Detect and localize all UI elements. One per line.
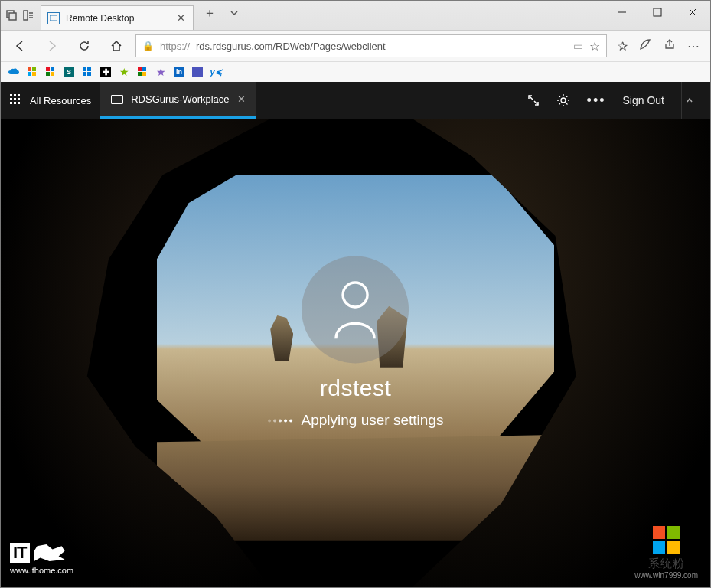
rdweb-appbar: All Resources RDSGurus-Workplace ✕ ••• S… <box>1 82 710 119</box>
watermark-left-logo: IT <box>10 543 30 563</box>
watermark-right-line1: 系统粉 <box>634 557 698 571</box>
tab-overview-icon[interactable] <box>5 9 18 21</box>
fav-office-icon[interactable] <box>45 67 56 77</box>
tabs-dropdown-icon[interactable] <box>223 4 246 22</box>
tab-favicon <box>47 12 60 24</box>
fav-windows2-icon[interactable] <box>82 67 93 77</box>
share-icon[interactable] <box>663 38 677 54</box>
fullscreen-icon[interactable] <box>527 94 540 106</box>
svg-rect-3 <box>50 15 57 21</box>
svg-rect-9 <box>28 72 31 76</box>
fav-yammer-icon[interactable]: y≼ <box>210 67 221 77</box>
ms-logo-icon <box>653 526 680 554</box>
tab-title: Remote Desktop <box>66 13 171 24</box>
svg-rect-10 <box>32 72 36 76</box>
svg-rect-8 <box>32 67 36 71</box>
svg-point-24 <box>343 283 367 307</box>
login-username: rdstest <box>268 375 444 401</box>
monitor-icon <box>111 95 123 104</box>
workspace-tab[interactable]: RDSGurus-Workplace ✕ <box>100 82 256 119</box>
login-status-row: Applying user settings <box>268 412 444 429</box>
home-button[interactable] <box>103 33 129 59</box>
fav-star-green-icon[interactable]: ★ <box>119 67 129 77</box>
svg-rect-1 <box>9 13 16 20</box>
more-icon[interactable]: ⋯ <box>687 39 700 54</box>
window-controls <box>605 1 710 30</box>
watermark-right: 系统粉 www.win7999.com <box>634 526 698 580</box>
svg-rect-6 <box>654 8 661 16</box>
more-options-icon[interactable]: ••• <box>587 93 606 109</box>
refresh-button[interactable] <box>71 33 97 59</box>
url-protocol: https:// <box>160 41 190 52</box>
set-aside-tabs-icon[interactable] <box>22 9 34 21</box>
apps-grid-icon <box>10 94 22 106</box>
notes-icon[interactable] <box>638 38 652 54</box>
all-resources-button[interactable]: All Resources <box>1 82 100 119</box>
titlebar-actions: ＋ <box>194 1 247 30</box>
svg-rect-7 <box>28 67 31 71</box>
login-panel: rdstest Applying user settings <box>268 256 444 429</box>
watermark-right-line2: www.win7999.com <box>634 571 698 580</box>
settings-gear-icon[interactable] <box>556 93 570 107</box>
back-button[interactable] <box>7 33 33 59</box>
favorites-bar: S ✚ ★ ★ in y≼ <box>1 62 710 82</box>
fav-onedrive-icon[interactable] <box>8 67 19 77</box>
fav-windows-icon[interactable] <box>27 67 38 77</box>
workspace-tab-close-icon[interactable]: ✕ <box>237 93 246 105</box>
browser-window: Remote Desktop ✕ ＋ 🔒 https://rds.rdsguru… <box>0 0 711 588</box>
lock-icon: 🔒 <box>142 41 154 51</box>
fav-office2-icon[interactable] <box>137 67 148 77</box>
svg-rect-22 <box>142 72 146 76</box>
favorite-star-icon[interactable]: ☆ <box>589 39 600 54</box>
favorites-icon[interactable]: ✰ <box>618 39 628 54</box>
svg-rect-12 <box>51 67 54 71</box>
user-avatar-icon <box>302 256 409 363</box>
loading-dots-icon <box>268 419 292 422</box>
browser-tab[interactable]: Remote Desktop ✕ <box>41 5 194 30</box>
svg-rect-14 <box>51 72 54 76</box>
fav-teams-icon[interactable] <box>192 67 203 77</box>
remote-session-viewport: rdstest Applying user settings <box>1 119 710 587</box>
login-status-text: Applying user settings <box>302 412 444 429</box>
svg-rect-11 <box>46 67 50 71</box>
new-tab-icon[interactable]: ＋ <box>198 4 221 22</box>
tab-close-icon[interactable]: ✕ <box>177 12 185 24</box>
svg-rect-13 <box>46 72 50 76</box>
fav-plus-icon[interactable]: ✚ <box>100 67 111 77</box>
svg-rect-20 <box>142 67 146 71</box>
maximize-button[interactable] <box>640 1 675 24</box>
url-text: rds.rdsgurus.com/RDWeb/Pages/webclient <box>196 41 567 52</box>
svg-rect-16 <box>87 67 91 71</box>
sign-out-link[interactable]: Sign Out <box>623 94 664 106</box>
watermark-left-brush-icon <box>34 544 65 561</box>
svg-rect-19 <box>138 67 142 71</box>
minimize-button[interactable] <box>605 1 640 24</box>
svg-rect-18 <box>87 72 91 76</box>
fav-linkedin-icon[interactable]: in <box>174 67 184 77</box>
address-bar[interactable]: 🔒 https://rds.rdsgurus.com/RDWeb/Pages/w… <box>135 34 607 57</box>
svg-rect-2 <box>24 11 28 20</box>
svg-rect-21 <box>138 72 142 76</box>
titlebar-left-icons <box>1 1 38 30</box>
svg-rect-17 <box>83 72 86 76</box>
workspace-tab-label: RDSGurus-Workplace <box>131 93 229 105</box>
titlebar: Remote Desktop ✕ ＋ <box>1 1 710 30</box>
fav-sharepoint-icon[interactable]: S <box>64 67 74 77</box>
watermark-left-url: www.ithome.com <box>10 566 73 575</box>
collapse-chevron-icon[interactable] <box>681 82 696 119</box>
toolbar-icons: ✰ ⋯ <box>613 38 704 54</box>
all-resources-label: All Resources <box>30 95 91 106</box>
watermark-left: IT www.ithome.com <box>10 543 73 575</box>
forward-button[interactable] <box>39 33 65 59</box>
reading-view-icon[interactable]: ▭ <box>573 40 583 52</box>
fav-star-purple-icon[interactable]: ★ <box>155 67 166 77</box>
svg-rect-4 <box>52 21 55 21</box>
close-button[interactable] <box>675 1 710 24</box>
svg-point-23 <box>561 98 566 103</box>
navbar: 🔒 https://rds.rdsgurus.com/RDWeb/Pages/w… <box>1 30 710 62</box>
svg-rect-15 <box>83 67 86 71</box>
